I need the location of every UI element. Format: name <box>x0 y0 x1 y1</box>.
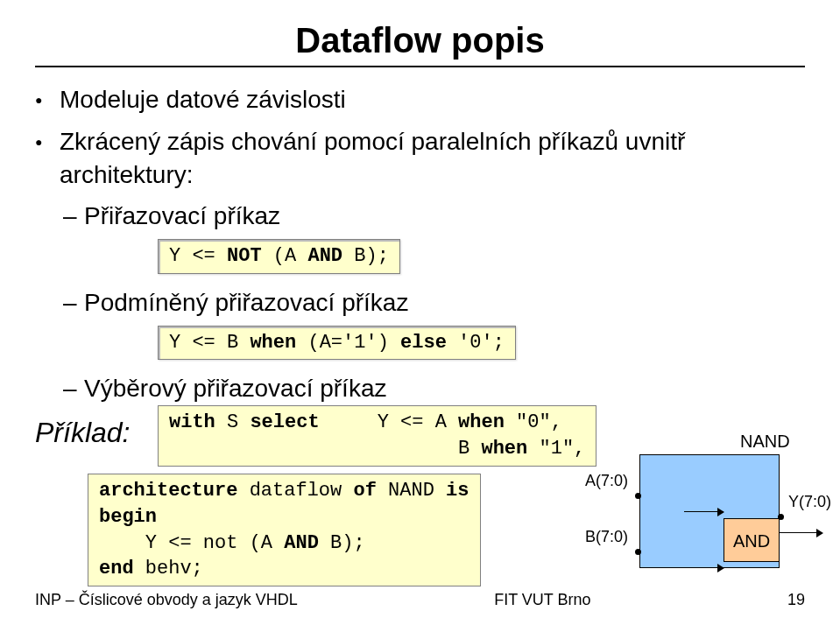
footer: INP – Číslicové obvody a jazyk VHDL FIT … <box>35 591 805 609</box>
arrow-a-icon <box>717 508 724 516</box>
bullet-list: Modeluje datové závislosti Zkrácený zápi… <box>35 83 805 605</box>
code-assign-text: Y <= NOT (A AND B); <box>169 245 389 267</box>
code-cond: Y <= B when (A='1') else '0'; <box>158 326 516 361</box>
arrow-y-icon <box>816 529 823 537</box>
code-architecture: architecture dataflow of NAND is begin Y… <box>88 474 481 586</box>
slide: Dataflow popis Modeluje datové závislost… <box>0 0 840 618</box>
and-box: AND <box>724 518 780 562</box>
bullet-shortform: Zkrácený zápis chování pomocí paralelníc… <box>35 125 805 192</box>
arrow-b-icon <box>717 564 724 572</box>
subbullet-cond: Podmíněný přiřazovací příkaz <box>35 286 805 320</box>
subbullet-assign: Přiřazovací příkaz <box>35 200 805 233</box>
example-label: Příklad: <box>35 414 130 452</box>
nand-box: AND <box>639 454 780 568</box>
pin-y-label: Y(7:0) <box>788 491 831 512</box>
code-select: with S select Y <= A when "0", B when "1… <box>158 405 596 466</box>
footer-page-number: 19 <box>787 591 805 609</box>
title-rule <box>35 66 805 67</box>
architecture-row: architecture dataflow of NAND is begin Y… <box>35 474 805 605</box>
code-cond-text: Y <= B when (A='1') else '0'; <box>169 332 505 354</box>
pin-b-label: B(7:0) <box>585 526 628 547</box>
footer-center: FIT VUT Brno <box>494 591 590 609</box>
footer-left: INP – Číslicové obvody a jazyk VHDL <box>35 591 298 609</box>
slide-title: Dataflow popis <box>35 21 805 60</box>
subbullet-select: Výběrový přiřazovací příkaz <box>35 372 805 405</box>
bullet-models: Modeluje datové závislosti <box>35 83 805 116</box>
nand-label: NAND <box>740 430 790 453</box>
port-y-dot <box>778 514 784 520</box>
code-assign: Y <= NOT (A AND B); <box>158 239 400 274</box>
wire-y <box>780 532 822 533</box>
nand-diagram: NAND AND A(7:0) B(7:0) Y(7:0) <box>596 439 823 587</box>
pin-a-label: A(7:0) <box>585 470 628 491</box>
